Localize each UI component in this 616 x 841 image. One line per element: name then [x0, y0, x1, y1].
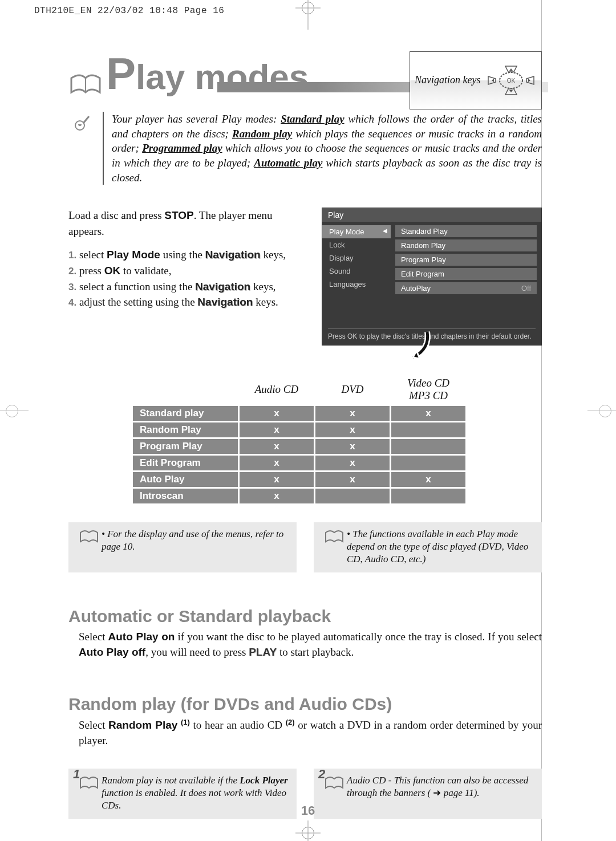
menu-item-lock[interactable]: Lock — [322, 238, 391, 251]
registration-mark-top — [300, 0, 316, 16]
play-mode-table: Audio CD DVD Video CDMP3 CD Standard pla… — [131, 373, 467, 505]
table-row: Introscanx — [133, 489, 465, 503]
book-icon — [79, 775, 99, 790]
footnote-text: Audio CD - This function can also be acc… — [347, 774, 534, 812]
page-number: 16 — [301, 803, 315, 818]
step-1: 1. select Play Mode using the Navigation… — [68, 247, 308, 263]
instruction-lead: Load a disc and press STOP. The player m… — [68, 208, 308, 239]
side-mark-right — [593, 399, 616, 422]
col-videocd-mp3cd: Video CDMP3 CD — [391, 375, 465, 404]
opt-edit-program[interactable]: Edit Program — [395, 268, 537, 280]
book-icon — [79, 529, 99, 544]
tip-row-1: • For the display and use of the menus, … — [68, 522, 542, 572]
arrow-right-icon: ➜ — [433, 787, 441, 798]
menu-header: Play — [322, 208, 541, 222]
page: DTH210E_EN 22/03/02 10:48 Page 16 Naviga… — [0, 0, 616, 841]
dpad-icon: OK — [485, 60, 537, 100]
badge-2: 2 — [318, 766, 325, 783]
title-rest: lay modes — [136, 57, 309, 96]
navigation-keys-label: Navigation keys — [410, 75, 480, 86]
opt-autoplay[interactable]: AutoPlayOff — [395, 282, 537, 294]
col-audio-cd: Audio CD — [240, 375, 314, 404]
navigation-keys-box: Navigation keys OK — [410, 51, 542, 109]
print-meta-line: DTH210E_EN 22/03/02 10:48 Page 16 — [34, 6, 224, 16]
intro-box: Your player has several Play modes: Stan… — [68, 112, 542, 185]
footnote-text: Random play is not available if the Lock… — [102, 774, 289, 812]
menu-item-playmode[interactable]: Play Mode — [322, 225, 391, 238]
tip-functions-depend: • The functions available in each Play m… — [314, 522, 542, 572]
footnote-1: 1 Random play is not available if the Lo… — [68, 769, 297, 819]
instructions: Load a disc and press STOP. The player m… — [68, 208, 308, 346]
menu-left-list: Play Mode Lock Display Sound Languages — [322, 222, 391, 307]
menu-item-languages[interactable]: Languages — [322, 278, 391, 291]
footnote-2: 2 Audio CD - This function can also be a… — [314, 769, 542, 819]
side-mark-left — [0, 399, 23, 422]
menu-item-display[interactable]: Display — [322, 251, 391, 265]
section-heading-auto: Automatic or Standard playback — [68, 607, 542, 626]
svg-text:OK: OK — [507, 78, 516, 84]
player-menu-screenshot: Play Play Mode Lock Display Sound Langua… — [322, 208, 542, 346]
opt-standard-play[interactable]: Standard Play — [395, 225, 537, 237]
instructions-and-screenshot: Load a disc and press STOP. The player m… — [68, 208, 542, 346]
table-header-row: Audio CD DVD Video CDMP3 CD — [133, 375, 465, 404]
menu-right-list: Standard Play Random Play Program Play E… — [391, 222, 541, 307]
page-title: Play modes — [106, 51, 309, 96]
note-icon — [68, 112, 97, 185]
step-4: 4. adjust the setting using the Navigati… — [68, 294, 308, 310]
badge-1: 1 — [73, 766, 80, 783]
table-row: Standard playxxx — [133, 406, 465, 421]
opt-random-play[interactable]: Random Play — [395, 239, 537, 251]
step-2: 2. press OK to validate, — [68, 263, 308, 279]
tip-text: • For the display and use of the menus, … — [102, 528, 289, 566]
content-area: Navigation keys OK Play modes — [68, 51, 542, 819]
section-body-auto: Select Auto Play on if you want the disc… — [79, 629, 542, 660]
table-row: Auto Playxxx — [133, 472, 465, 487]
intro-text: Your player has several Play modes: Stan… — [108, 112, 542, 185]
book-icon — [325, 775, 344, 790]
book-icon — [325, 529, 344, 544]
table-row: Program Playxx — [133, 439, 465, 454]
opt-program-play[interactable]: Program Play — [395, 254, 537, 266]
registration-mark-bottom — [300, 825, 316, 841]
section-body-random: Select Random Play (1) to hear an audio … — [79, 717, 542, 749]
tip-menus-ref: • For the display and use of the menus, … — [68, 522, 297, 572]
step-3: 3. select a function using the Navigatio… — [68, 279, 308, 295]
section-heading-random: Random play (for DVDs and Audio CDs) — [68, 694, 542, 714]
menu-item-sound[interactable]: Sound — [322, 265, 391, 278]
table-row: Random Playxx — [133, 422, 465, 437]
book-icon — [68, 70, 103, 98]
table-row: Edit Programxx — [133, 456, 465, 470]
col-dvd: DVD — [315, 375, 390, 404]
tip-text: • The functions available in each Play m… — [347, 528, 534, 566]
menu-hint: Press OK to play the disc's titles and c… — [328, 328, 536, 340]
